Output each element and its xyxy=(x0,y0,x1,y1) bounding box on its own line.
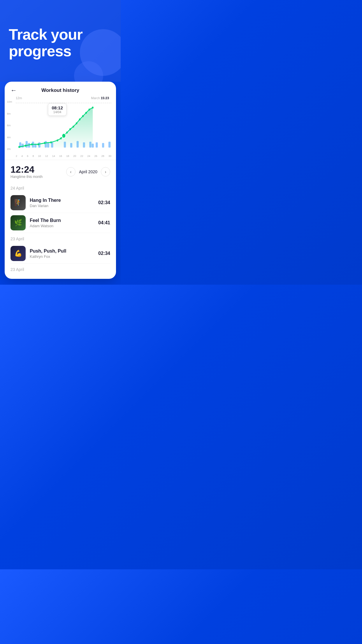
hero-title-line1: Track your xyxy=(9,26,82,43)
svg-rect-19 xyxy=(108,142,110,148)
march-label: March 15:23 xyxy=(91,96,109,100)
svg-point-26 xyxy=(57,139,58,141)
monthly-stats: 12:24 Hangtime this month xyxy=(10,165,43,179)
chart-y-labels: 2m 4m 6m 8m 10m xyxy=(7,100,12,152)
workout-item-hang-in-there[interactable]: Hang In There Dan Varian 02:34 xyxy=(10,193,110,213)
monthly-summary: 12:24 Hangtime this month ‹ April 2020 › xyxy=(5,160,116,182)
workout-thumb-2 xyxy=(10,215,26,230)
workout-thumb-1 xyxy=(10,195,26,210)
back-button[interactable]: ← xyxy=(10,87,17,94)
svg-point-36 xyxy=(89,108,90,111)
prev-month-button[interactable]: ‹ xyxy=(66,167,75,176)
workout-name-2: Feel The Burn xyxy=(30,218,94,223)
svg-point-33 xyxy=(79,118,80,120)
monthly-time: 12:24 xyxy=(10,165,43,174)
svg-point-20 xyxy=(18,146,20,148)
march-time: 15:23 xyxy=(101,96,109,100)
chart-container: 12m March 15:23 2m 4m 6m 8m 10m xyxy=(5,96,116,158)
chart-svg xyxy=(16,100,111,153)
date-header-23-april: 23 April xyxy=(10,233,110,244)
svg-rect-17 xyxy=(96,142,98,148)
workout-duration-2: 04:41 xyxy=(98,220,110,225)
y-max-label: 12m xyxy=(16,96,22,100)
svg-rect-18 xyxy=(102,143,104,148)
hero-title: Track your progress xyxy=(9,26,112,60)
svg-point-32 xyxy=(76,122,77,124)
workout-thumb-3 xyxy=(10,246,26,261)
workout-item-feel-the-burn[interactable]: Feel The Burn Adam Watson 04:41 xyxy=(10,213,110,233)
svg-point-22 xyxy=(31,143,33,145)
svg-point-35 xyxy=(85,112,87,114)
workout-name-3: Push, Push, Pull xyxy=(30,249,94,254)
date-header-24-april: 24 April xyxy=(10,182,110,193)
workout-name-1: Hang In There xyxy=(30,198,94,203)
chart-top-label: 12m March 15:23 xyxy=(7,96,111,100)
card-header: ← Workout history xyxy=(5,82,116,96)
workout-duration-1: 02:34 xyxy=(98,200,110,205)
svg-point-29 xyxy=(66,132,68,134)
march-prefix: March xyxy=(91,96,100,100)
svg-point-24 xyxy=(44,142,45,144)
date-header-23-april-2: 23 April xyxy=(10,264,110,273)
svg-point-37 xyxy=(92,106,93,108)
workout-item-push-push-pull[interactable]: Push, Push, Pull Kathryn Fox 02:34 xyxy=(10,244,110,264)
svg-point-27 xyxy=(60,137,61,139)
chart-x-labels: 2 4 6 8 10 12 14 16 18 20 22 24 26 28 30 xyxy=(16,154,111,158)
card-title: Workout history xyxy=(41,88,79,93)
svg-point-31 xyxy=(73,126,74,128)
workout-history-card: ← Workout history 12m March 15:23 2m 4m … xyxy=(5,82,116,279)
svg-point-30 xyxy=(69,128,71,130)
workout-list: 24 April Hang In There Dan Varian 02:34 … xyxy=(5,182,116,273)
svg-point-23 xyxy=(38,143,39,145)
svg-point-34 xyxy=(82,115,84,117)
workout-info-3: Push, Push, Pull Kathryn Fox xyxy=(30,249,94,259)
workout-author-1: Dan Varian xyxy=(30,204,94,208)
svg-point-21 xyxy=(25,145,26,147)
monthly-label: Hangtime this month xyxy=(10,175,43,179)
workout-author-2: Adam Watson xyxy=(30,224,94,228)
hero-text: Track your progress xyxy=(0,18,121,65)
workout-info-1: Hang In There Dan Varian xyxy=(30,198,94,208)
workout-duration-3: 02:34 xyxy=(98,251,110,256)
next-month-button[interactable]: › xyxy=(101,167,110,176)
svg-point-25 xyxy=(50,141,52,144)
month-nav: ‹ April 2020 › xyxy=(66,167,110,176)
workout-info-2: Feel The Burn Adam Watson xyxy=(30,218,94,228)
svg-point-38 xyxy=(62,134,66,138)
chart-svg-wrapper: 2m 4m 6m 8m 10m xyxy=(7,100,111,158)
month-display: April 2020 xyxy=(79,169,97,174)
workout-author-3: Kathryn Fox xyxy=(30,254,94,259)
hero-title-line2: progress xyxy=(9,43,71,60)
hero-section: Track your progress xyxy=(0,0,121,82)
